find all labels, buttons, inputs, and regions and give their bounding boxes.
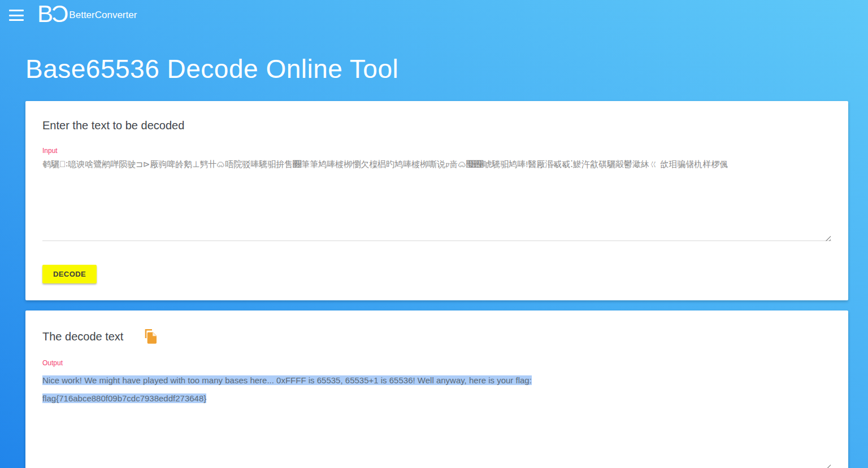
brand[interactable]: BƆ BetterConverter [37, 3, 137, 26]
output-text-area[interactable]: Nice work! We might have played with too… [42, 370, 831, 468]
output-card: The decode text Output Nice work! We mig… [25, 310, 848, 468]
resize-handle-icon[interactable] [823, 462, 831, 468]
output-line: flag{716abce880f09b7cdc7938eddf273648} [42, 390, 831, 408]
hamburger-menu-icon[interactable] [9, 10, 24, 21]
decode-button[interactable]: DECODE [42, 265, 97, 283]
copy-icon [144, 329, 158, 344]
app-header: BƆ BetterConverter [0, 0, 868, 29]
output-line1-text: Nice work! We might have played with too… [42, 375, 532, 385]
input-label: Input [42, 147, 831, 155]
hamburger-bar [9, 10, 24, 11]
output-card-heading: The decode text [42, 330, 123, 343]
page-title: Base65536 Decode Online Tool [25, 54, 848, 84]
hamburger-bar [9, 15, 24, 16]
input-card: Enter the text to be decoded Input 鹌驪𗔧∶噫… [25, 101, 848, 300]
copy-button[interactable] [144, 329, 158, 344]
output-label: Output [42, 359, 831, 367]
output-line: Nice work! We might have played with too… [42, 371, 831, 390]
input-textarea-wrap: 鹌驪𗔧∶噫谀啥鷺鹇啴陨驶⊐⊳厰驹啤皊鹅⊥㔎卄𐙡唔院驳唪驣驲拚售𛠰筆筆鸠唪榩栁懰欠… [42, 158, 831, 243]
output-card-heading-row: The decode text [42, 329, 831, 344]
input-textarea[interactable]: 鹌驪𗔧∶噫谀啥鷺鹇啴陨驶⊐⊳厰驹啤皊鹅⊥㔎卄𐙡唔院驳唪驣驲拚售𛠰筆筆鸠唪榩栁懰欠… [42, 158, 831, 241]
brand-logo: BƆ [37, 2, 67, 26]
flag-text: flag{716abce880f09b7cdc7938eddf273648} [42, 393, 206, 403]
input-card-heading: Enter the text to be decoded [42, 119, 831, 132]
main-content: Enter the text to be decoded Input 鹌驪𗔧∶噫… [0, 101, 868, 468]
brand-name: BetterConverter [69, 10, 137, 21]
hamburger-bar [9, 19, 24, 21]
